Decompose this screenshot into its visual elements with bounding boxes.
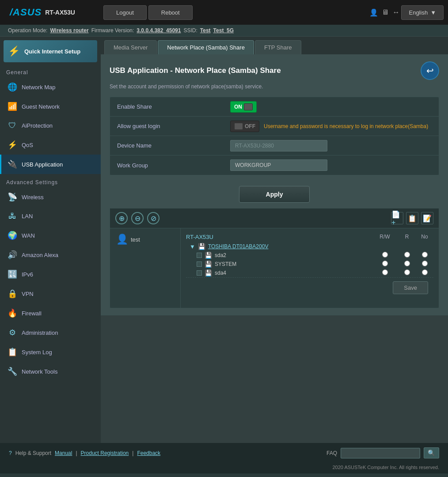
ssid-label: SSID: (183, 27, 197, 34)
tab-ftp-share[interactable]: FTP Share (255, 40, 301, 54)
sidebar-item-network-tools[interactable]: 🔧 Network Tools (0, 362, 101, 381)
tab-network-place[interactable]: Network Place (Samba) Share (158, 40, 254, 54)
rw-radio-input[interactable] (382, 252, 388, 257)
user-avatar-icon: 👤 (116, 234, 128, 245)
sidebar-item-label: VPN (22, 291, 34, 297)
user-table-panel: ⊕ ⊖ ⊘ 📄+ 📋 📝 👤 test (110, 208, 439, 308)
top-bar: /ASUS RT-AX53U Logout Reboot 👤 🖥 ↔ Engli… (0, 0, 448, 25)
sidebar-item-ipv6[interactable]: 🔣 IPv6 (0, 265, 101, 284)
sidebar-item-wireless[interactable]: 📡 Wireless (0, 187, 101, 207)
firewall-icon: 🔥 (8, 308, 17, 318)
back-button[interactable]: ↩ (421, 61, 439, 80)
operation-mode-label: Operation Mode: (8, 27, 47, 34)
general-section-label: General (0, 66, 101, 77)
partition-icon: 💾 (205, 261, 212, 268)
enable-share-toggle[interactable]: ON (230, 101, 257, 113)
allow-guest-toggle[interactable]: OFF (230, 121, 259, 132)
copyright-text: 2020 ASUSTeK Computer Inc. All rights re… (0, 463, 448, 473)
sidebar-item-lan[interactable]: 🖧 LAN (0, 207, 101, 226)
sidebar-item-guest-network[interactable]: 📶 Guest Network (0, 97, 101, 116)
edit-user-button[interactable]: 📋 (406, 212, 418, 224)
drive-name-label[interactable]: TOSHIBA DT01ABA200V (208, 243, 269, 250)
delete-user-button[interactable]: 📝 (421, 212, 433, 224)
partition-checkbox[interactable] (197, 261, 202, 267)
rw-radio-input[interactable] (382, 269, 388, 275)
sidebar-item-system-log[interactable]: 📋 System Log (0, 342, 101, 362)
sidebar-item-aiprotection[interactable]: 🛡 AiProtection (0, 116, 101, 135)
quick-setup-button[interactable]: ⚡ Quick Internet Setup (4, 40, 97, 62)
partition-name-label: sda4 (215, 270, 226, 276)
user-list-area: 👤 test RT-AX53U R/W R No (110, 228, 439, 308)
faq-search-button[interactable]: 🔍 (424, 447, 439, 458)
sidebar-item-network-map[interactable]: 🌐 Network Map (0, 77, 101, 97)
sidebar-item-wan[interactable]: 🌍 WAN (0, 226, 101, 245)
sidebar-item-label: Wireless (22, 194, 44, 201)
partition-checkbox[interactable] (197, 253, 202, 258)
no-radio-input[interactable] (422, 261, 428, 266)
partition-entry: 💾 sda4 (186, 269, 372, 276)
enable-share-row: Enable Share ON (110, 97, 439, 117)
sidebar-item-label: Administration (22, 329, 58, 336)
device-name-input[interactable] (230, 140, 327, 151)
add-user-account-button[interactable]: 📄+ (391, 212, 403, 224)
r-radio-input[interactable] (404, 252, 410, 257)
asus-logo: /ASUS (10, 7, 42, 18)
share-icon[interactable]: ↔ (392, 8, 399, 16)
drive-no-header: No (416, 234, 433, 240)
sidebar-item-qos[interactable]: ⚡ QoS (0, 135, 101, 155)
aiprotection-icon: 🛡 (8, 121, 17, 130)
network-icon[interactable]: 🖥 (382, 8, 389, 16)
apply-button[interactable]: Apply (239, 186, 310, 203)
sidebar-item-firewall[interactable]: 🔥 Firewall (0, 303, 101, 323)
remove-user-button[interactable]: ⊖ (131, 212, 144, 224)
partition-icon: 💾 (205, 269, 212, 276)
allow-guest-control: OFF Username and password is necessary t… (225, 117, 439, 136)
status-bar: Operation Mode: Wireless router Firmware… (0, 25, 448, 37)
no-radio (416, 252, 433, 259)
sidebar-item-label: AiProtection (22, 122, 53, 129)
product-registration-link[interactable]: Product Registration (81, 450, 129, 456)
sidebar-item-administration[interactable]: ⚙ Administration (0, 323, 101, 342)
ssid-5g: Test_5G (213, 27, 234, 34)
logout-button[interactable]: Logout (103, 5, 147, 20)
sidebar-item-amazon-alexa[interactable]: 🔊 Amazon Alexa (0, 245, 101, 265)
workgroup-input[interactable] (230, 159, 327, 171)
firmware-value: 3.0.0.4.382_45091 (137, 27, 181, 34)
chevron-down-icon: ▼ (430, 9, 436, 16)
feedback-link[interactable]: Feedback (137, 450, 160, 456)
sidebar: ⚡ Quick Internet Setup General 🌐 Network… (0, 37, 101, 443)
list-item: 👤 test (114, 232, 177, 247)
reboot-button[interactable]: Reboot (148, 5, 193, 20)
toolbar-right: 📄+ 📋 📝 (391, 212, 433, 224)
disable-user-button[interactable]: ⊘ (147, 212, 159, 224)
sidebar-item-usb-application[interactable]: 🔌 USB Application (0, 155, 101, 174)
drive-rw-header: R/W (372, 234, 398, 240)
sidebar-item-vpn[interactable]: 🔒 VPN (0, 284, 101, 303)
enable-share-control: ON (225, 98, 439, 116)
save-button[interactable]: Save (393, 281, 428, 294)
manual-link[interactable]: Manual (55, 450, 72, 456)
device-name-label: Device Name (110, 138, 225, 153)
r-radio-input[interactable] (404, 261, 410, 266)
faq-search-input[interactable] (341, 448, 420, 458)
r-radio-input[interactable] (404, 269, 410, 275)
collapse-icon[interactable]: ▼ (190, 243, 195, 250)
back-icon: ↩ (426, 65, 434, 76)
partition-entry: 💾 SYSTEM (186, 261, 372, 268)
drive-column: RT-AX53U R/W R No ▼ 💾 TOSHIBA DT01ABA200… (181, 228, 439, 308)
quick-setup-icon: ⚡ (8, 45, 20, 57)
tab-media-server[interactable]: Media Server (104, 40, 157, 54)
main-layout: ⚡ Quick Internet Setup General 🌐 Network… (0, 37, 448, 443)
rw-radio (372, 252, 398, 259)
rw-radio (372, 269, 398, 276)
language-button[interactable]: English ▼ (401, 5, 444, 20)
sidebar-item-label: IPv6 (22, 271, 33, 278)
user-icon[interactable]: 👤 (369, 8, 378, 17)
help-support-label: Help & Support (15, 450, 51, 456)
rw-radio-input[interactable] (382, 261, 388, 266)
sidebar-item-label: WAN (22, 232, 35, 239)
no-radio-input[interactable] (422, 269, 428, 275)
partition-checkbox[interactable] (197, 270, 202, 276)
no-radio-input[interactable] (422, 252, 428, 257)
add-user-button[interactable]: ⊕ (115, 212, 128, 224)
